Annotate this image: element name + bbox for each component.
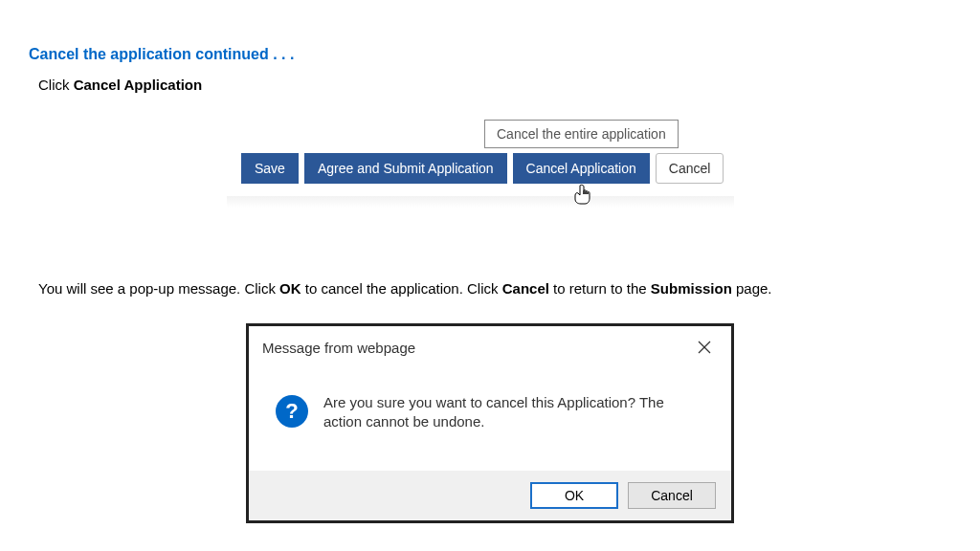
dialog-ok-button[interactable]: OK (530, 482, 618, 509)
section-heading: Cancel the application continued . . . (29, 46, 951, 63)
instruction-1-text: Click (38, 77, 74, 93)
cancel-application-button[interactable]: Cancel Application (513, 153, 650, 184)
instruction-step-2: You will see a pop-up message. Click OK … (38, 280, 951, 297)
instr2-t4: page. (732, 280, 772, 297)
instr2-b3: Submission (651, 280, 732, 297)
dialog-titlebar: Message from webpage (249, 326, 731, 368)
instr2-t1: You will see a pop-up message. Click (38, 280, 279, 297)
dialog-footer: OK Cancel (249, 471, 731, 520)
cancel-app-tooltip: Cancel the entire application (484, 120, 679, 148)
confirm-dialog: Message from webpage ? Are you sure you … (246, 323, 734, 523)
instr2-b1: OK (279, 280, 301, 297)
shadow-decoration (227, 196, 734, 208)
instr2-t3: to return to the (549, 280, 651, 297)
close-icon (698, 341, 711, 354)
dialog-message: Are you sure you want to cancel this App… (323, 393, 697, 432)
dialog-body: ? Are you sure you want to cancel this A… (249, 368, 731, 471)
cancel-button[interactable]: Cancel (656, 153, 724, 184)
instr2-t2: to cancel the application. Click (301, 280, 502, 297)
dialog-title-text: Message from webpage (262, 340, 415, 356)
instruction-1-bold: Cancel Application (74, 77, 202, 93)
cursor-pointer-icon (573, 184, 592, 205)
save-button[interactable]: Save (241, 153, 299, 184)
dialog-close-button[interactable] (691, 334, 718, 361)
instruction-step-1: Click Cancel Application (38, 77, 951, 93)
action-button-bar: Save Agree and Submit Application Cancel… (241, 153, 724, 184)
question-mark-icon: ? (276, 395, 308, 428)
dialog-cancel-button[interactable]: Cancel (628, 482, 716, 509)
button-bar-figure: Cancel the entire application Save Agree… (241, 120, 739, 215)
agree-submit-button[interactable]: Agree and Submit Application (304, 153, 507, 184)
instr2-b2: Cancel (502, 280, 549, 297)
